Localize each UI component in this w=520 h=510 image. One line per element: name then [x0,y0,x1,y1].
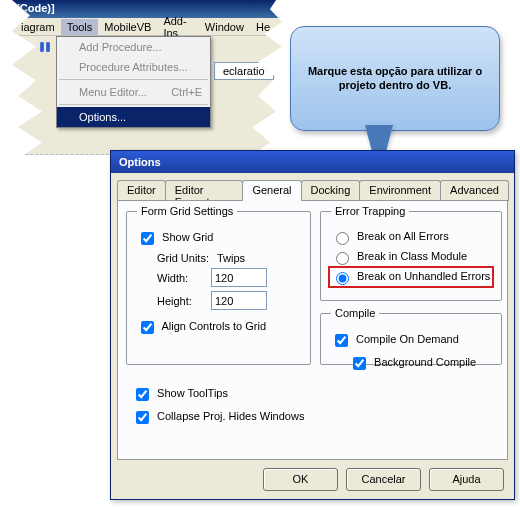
height-label: Height: [157,295,203,307]
menu-options[interactable]: Options... [57,107,210,127]
menu-item-help[interactable]: He [250,19,276,35]
group-error-trapping-legend: Error Trapping [331,205,409,217]
options-dialog: Options Editor Editor Format General Doc… [110,150,515,500]
check-align-controls[interactable]: Align Controls to Grid [137,318,300,337]
tab-general[interactable]: General [242,180,301,201]
dialog-button-row: OK Cancelar Ajuda [263,468,504,491]
grid-units-value: Twips [217,252,245,264]
check-show-tooltips[interactable]: Show ToolTips [132,385,304,404]
window-titlebar: s (Code)] [1,0,280,18]
group-compile-legend: Compile [331,307,379,319]
radio-break-unhandled[interactable]: Break on Unhandled Errors [331,269,491,285]
svg-marker-0 [20,42,30,52]
check-compile-on-demand[interactable]: Compile On Demand [331,331,491,350]
tab-docking[interactable]: Docking [301,180,361,201]
ok-button[interactable]: OK [263,468,338,491]
check-background-compile-input[interactable] [353,357,366,370]
menu-separator-2 [59,104,208,105]
radio-break-class-module[interactable]: Break in Class Module [331,249,491,265]
radio-break-all-errors[interactable]: Break on All Errors [331,229,491,245]
width-label: Width: [157,272,203,284]
menu-item-window[interactable]: Window [199,19,250,35]
dialog-title: Options [119,156,161,168]
tab-panel-general: Form Grid Settings Show Grid Grid Units:… [117,200,508,460]
play-icon[interactable] [19,41,31,53]
check-collapse-proj-input[interactable] [136,411,149,424]
check-align-controls-input[interactable] [141,321,154,334]
help-button[interactable]: Ajuda [429,468,504,491]
check-collapse-proj[interactable]: Collapse Proj. Hides Windows [132,408,304,427]
height-input[interactable] [211,291,267,310]
declarations-dropdown[interactable]: eclaratio [214,62,274,80]
check-show-tooltips-input[interactable] [136,388,149,401]
radio-break-unhandled-input[interactable] [336,272,349,285]
callout-text: Marque esta opção para utilizar o projet… [305,65,485,93]
tools-dropdown: Add Procedure... Procedure Attributes...… [56,36,211,128]
menu-separator [59,79,208,80]
group-form-grid-legend: Form Grid Settings [137,205,237,217]
toolbar [11,36,51,58]
menubar: iagram Tools MobileVB Add-Ins Window He [11,18,280,36]
dialog-titlebar: Options [111,151,514,173]
group-error-trapping: Error Trapping Break on All Errors Break… [320,205,502,301]
lower-checks: Show ToolTips Collapse Proj. Hides Windo… [132,381,304,431]
menu-editor: Menu Editor... Ctrl+E [57,82,210,102]
width-input[interactable] [211,268,267,287]
group-form-grid: Form Grid Settings Show Grid Grid Units:… [126,205,311,365]
tab-editor-format[interactable]: Editor Format [165,180,244,201]
svg-rect-2 [46,42,50,52]
cancel-button[interactable]: Cancelar [346,468,421,491]
check-compile-on-demand-input[interactable] [335,334,348,347]
menu-item-mobilevb[interactable]: MobileVB [98,19,157,35]
radio-break-all-errors-input[interactable] [336,232,349,245]
check-background-compile[interactable]: Background Compile [349,354,491,373]
menu-item-tools[interactable]: Tools [61,19,99,35]
tab-environment[interactable]: Environment [359,180,441,201]
menu-procedure-attributes: Procedure Attributes... [57,57,210,77]
background-fragment: s (Code)] iagram Tools MobileVB Add-Ins … [0,0,300,155]
check-show-grid[interactable]: Show Grid [137,229,300,248]
radio-break-class-module-input[interactable] [336,252,349,265]
declarations-label: eclaratio [223,65,265,77]
tab-editor[interactable]: Editor [117,180,166,201]
pause-icon[interactable] [39,41,51,53]
annotation-callout: Marque esta opção para utilizar o projet… [290,26,500,131]
tab-advanced[interactable]: Advanced [440,180,509,201]
menu-item-diagram[interactable]: iagram [15,19,61,35]
menu-add-procedure: Add Procedure... [57,37,210,57]
tab-strip: Editor Editor Format General Docking Env… [117,179,508,200]
check-show-grid-input[interactable] [141,232,154,245]
window-title: s (Code)] [7,2,55,14]
grid-units-label: Grid Units: [157,252,209,264]
svg-rect-1 [40,42,44,52]
group-compile: Compile Compile On Demand Background Com… [320,307,502,365]
grid-units-row: Grid Units: Twips [157,252,300,264]
